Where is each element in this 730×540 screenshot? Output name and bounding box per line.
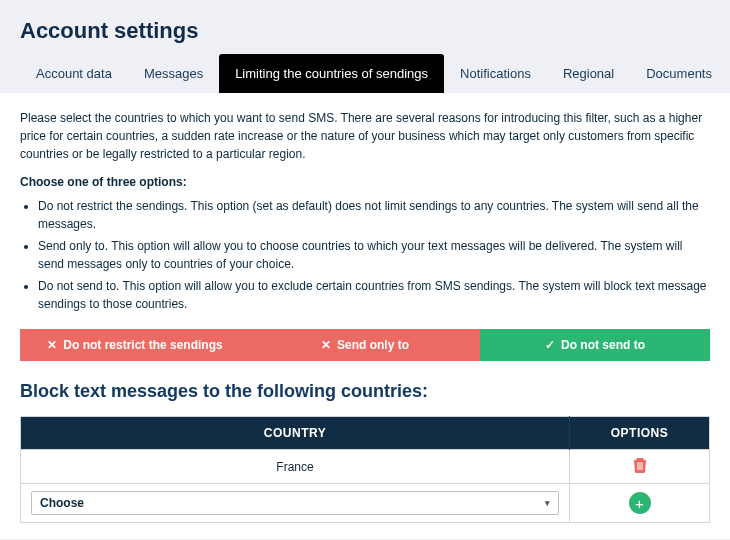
svg-rect-2 (641, 462, 642, 470)
options-list: Do not restrict the sendings. This optio… (20, 197, 710, 313)
tab-limiting-countries[interactable]: Limiting the countries of sendings (219, 54, 444, 93)
trash-icon[interactable] (633, 457, 647, 473)
block-table: COUNTRY OPTIONS France (20, 416, 710, 523)
col-header-options: OPTIONS (570, 417, 710, 450)
btn-no-send[interactable]: ✓ Do not send to (480, 329, 710, 361)
btn-no-send-label: Do not send to (561, 338, 645, 352)
country-select-label: Choose (40, 496, 84, 510)
chevron-down-icon: ▾ (545, 498, 550, 508)
btn-no-restrict-label: Do not restrict the sendings (63, 338, 222, 352)
svg-rect-0 (637, 462, 638, 470)
tabs: Account data Messages Limiting the count… (0, 54, 730, 93)
country-cell: France (21, 450, 570, 484)
plus-icon: + (635, 496, 644, 511)
btn-no-restrict[interactable]: ✕ Do not restrict the sendings (20, 329, 250, 361)
add-country-button[interactable]: + (629, 492, 651, 514)
option-no-send: Do not send to. This option will allow y… (38, 277, 710, 313)
choose-label: Choose one of three options: (20, 175, 710, 189)
table-row-add: Choose ▾ + (21, 484, 710, 523)
col-header-country: COUNTRY (21, 417, 570, 450)
check-icon: ✓ (545, 338, 555, 352)
btn-send-only[interactable]: ✕ Send only to (250, 329, 480, 361)
content-panel: Please select the countries to which you… (0, 93, 730, 539)
tab-account-data[interactable]: Account data (20, 54, 128, 93)
mode-buttons: ✕ Do not restrict the sendings ✕ Send on… (20, 329, 710, 361)
tab-messages[interactable]: Messages (128, 54, 219, 93)
options-cell (570, 450, 710, 484)
tab-regional[interactable]: Regional (547, 54, 630, 93)
option-no-restrict: Do not restrict the sendings. This optio… (38, 197, 710, 233)
intro-text: Please select the countries to which you… (20, 109, 710, 163)
table-row: France (21, 450, 710, 484)
block-section-title: Block text messages to the following cou… (20, 381, 710, 402)
country-select[interactable]: Choose ▾ (31, 491, 559, 515)
page-title: Account settings (0, 0, 730, 54)
close-icon: ✕ (47, 338, 57, 352)
btn-send-only-label: Send only to (337, 338, 409, 352)
close-icon: ✕ (321, 338, 331, 352)
tab-documents[interactable]: Documents (630, 54, 728, 93)
tab-notifications[interactable]: Notifications (444, 54, 547, 93)
option-send-only: Send only to. This option will allow you… (38, 237, 710, 273)
svg-rect-1 (639, 462, 640, 470)
